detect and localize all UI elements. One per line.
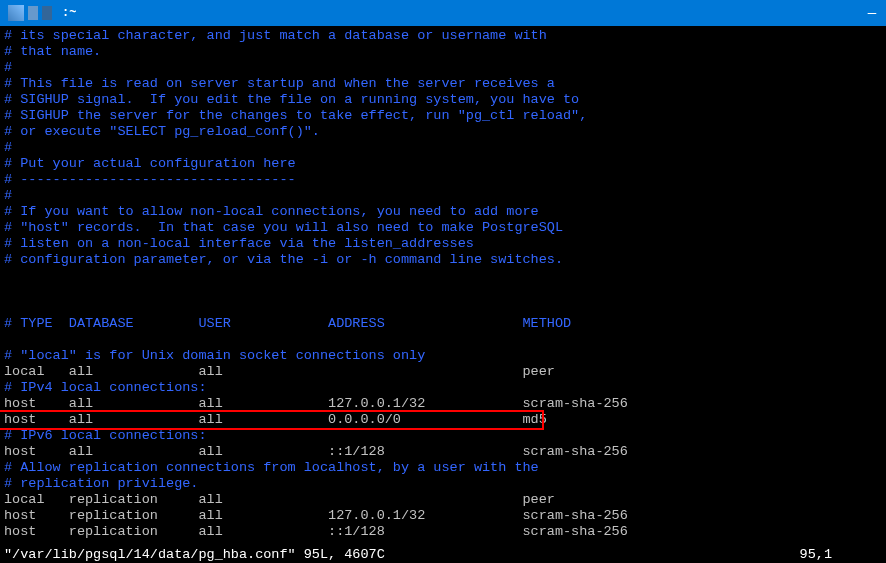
terminal-line: # "host" records. In that case you will … xyxy=(4,220,882,236)
terminal-line: # IPv6 local connections: xyxy=(4,428,882,444)
terminal-line: # xyxy=(4,60,882,76)
terminal-line: # that name. xyxy=(4,44,882,60)
terminal-line: # ---------------------------------- xyxy=(4,172,882,188)
window-titlebar: :~ — xyxy=(0,0,886,26)
app-icon-2 xyxy=(28,6,38,20)
terminal-line xyxy=(4,268,882,284)
terminal-line xyxy=(4,284,882,300)
terminal-line: host all all ::1/128 scram-sha-256 xyxy=(4,444,882,460)
status-file-info: "/var/lib/pgsql/14/data/pg_hba.conf" 95L… xyxy=(4,547,385,563)
terminal-line xyxy=(4,332,882,348)
app-icon-3 xyxy=(42,6,52,20)
terminal-line: local replication all peer xyxy=(4,492,882,508)
terminal-line: host replication all ::1/128 scram-sha-2… xyxy=(4,524,882,540)
vim-status-line: "/var/lib/pgsql/14/data/pg_hba.conf" 95L… xyxy=(4,547,882,563)
terminal-line: host replication all 127.0.0.1/32 scram-… xyxy=(4,508,882,524)
terminal-line: # listen on a non-local interface via th… xyxy=(4,236,882,252)
terminal-line: # Put your actual configuration here xyxy=(4,156,882,172)
status-cursor-pos: 95,1 xyxy=(800,547,832,563)
terminal-line: # replication privilege. xyxy=(4,476,882,492)
window-controls: — xyxy=(866,7,878,19)
terminal-viewport[interactable]: # its special character, and just match … xyxy=(0,26,886,563)
terminal-line: # This file is read on server startup an… xyxy=(4,76,882,92)
terminal-line: # configuration parameter, or via the -i… xyxy=(4,252,882,268)
terminal-line: # SIGHUP signal. If you edit the file on… xyxy=(4,92,882,108)
terminal-line: # Allow replication connections from loc… xyxy=(4,460,882,476)
terminal-line: # SIGHUP the server for the changes to t… xyxy=(4,108,882,124)
terminal-line: host all all 0.0.0.0/0 md5 xyxy=(4,412,882,428)
terminal-line: # IPv4 local connections: xyxy=(4,380,882,396)
terminal-line: host all all 127.0.0.1/32 scram-sha-256 xyxy=(4,396,882,412)
terminal-line: # its special character, and just match … xyxy=(4,28,882,44)
terminal-line: local all all peer xyxy=(4,364,882,380)
terminal-line: # If you want to allow non-local connect… xyxy=(4,204,882,220)
terminal-line: # TYPE DATABASE USER ADDRESS METHOD xyxy=(4,316,882,332)
minimize-button[interactable]: — xyxy=(866,7,878,19)
terminal-line: # xyxy=(4,140,882,156)
terminal-line: # xyxy=(4,188,882,204)
titlebar-left: :~ xyxy=(8,5,76,21)
terminal-line: # or execute "SELECT pg_reload_conf()". xyxy=(4,124,882,140)
terminal-line xyxy=(4,300,882,316)
terminal-line: # "local" is for Unix domain socket conn… xyxy=(4,348,882,364)
window-title: :~ xyxy=(62,5,76,21)
app-icon xyxy=(8,5,24,21)
